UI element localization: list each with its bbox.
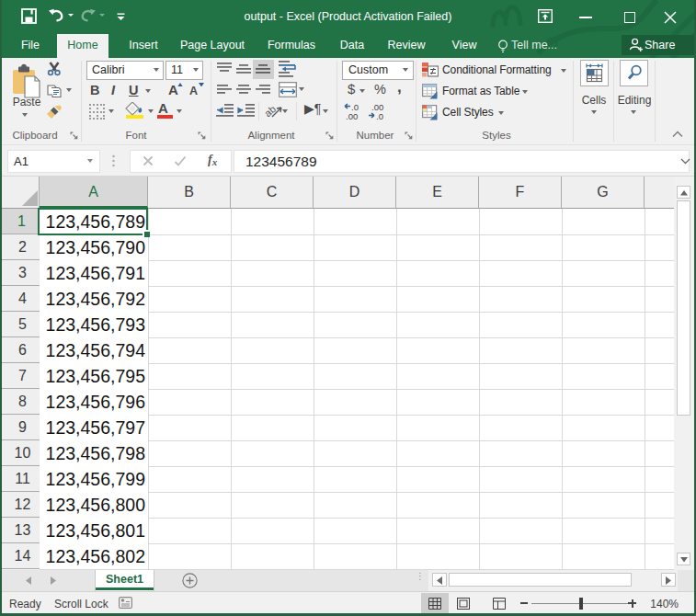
svg-text:.00: .00 xyxy=(346,111,358,120)
svg-text:.0: .0 xyxy=(376,111,383,120)
svg-text:ab: ab xyxy=(265,103,278,119)
